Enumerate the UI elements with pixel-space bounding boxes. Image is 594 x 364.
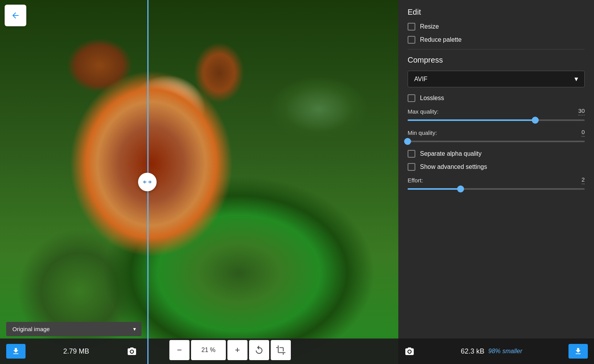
max-quality-label: Max quality: (408, 108, 439, 115)
reduce-palette-label[interactable]: Reduce palette (420, 36, 462, 43)
original-select-wrapper: Original image Compressed image ▼ (6, 322, 142, 336)
original-file-size: 2.79 MB (63, 347, 89, 355)
separate-alpha-label[interactable]: Separate alpha quality (420, 150, 481, 157)
format-select-wrapper: AVIF WebP JPEG PNG GIF ▼ (408, 71, 585, 87)
camera-button[interactable] (127, 346, 137, 356)
zoom-in-button[interactable]: + (227, 340, 248, 360)
lossless-label[interactable]: Lossless (420, 95, 444, 102)
max-quality-row: Max quality: 30 (408, 107, 585, 121)
bottom-toolbar: 2.79 MB − 21 % + (0, 338, 398, 364)
effort-row: Effort: 2 (408, 176, 585, 190)
edit-section-title: Edit (408, 8, 585, 17)
canvas-area: Original image Compressed image ▼ 2.79 M… (0, 0, 398, 364)
rotate-icon (254, 345, 264, 355)
image-display (0, 0, 398, 364)
section-divider (408, 49, 585, 49)
back-button[interactable] (5, 5, 26, 26)
show-advanced-label[interactable]: Show advanced settings (420, 163, 487, 170)
zoom-controls: − 21 % + (143, 340, 317, 360)
output-info: 62.3 kB 98% smaller (461, 347, 522, 355)
min-quality-value: 0 (582, 129, 585, 137)
max-quality-thumb[interactable] (532, 117, 539, 124)
lossless-row: Lossless (408, 94, 585, 102)
separate-alpha-checkbox[interactable] (408, 150, 415, 158)
crop-button[interactable] (271, 340, 291, 360)
back-arrow-icon (11, 11, 20, 20)
download-right-icon (574, 347, 582, 355)
bottom-right-bar: 62.3 kB 98% smaller (398, 338, 594, 364)
format-select[interactable]: AVIF WebP JPEG PNG GIF (408, 71, 585, 87)
size-reduction-badge: 98% smaller (488, 348, 522, 355)
max-quality-value: 30 (578, 107, 585, 116)
effort-value: 2 (582, 176, 585, 184)
min-quality-row: Min quality: 0 (408, 129, 585, 142)
reduce-palette-row: Reduce palette (408, 36, 585, 44)
separate-alpha-row: Separate alpha quality (408, 150, 585, 158)
download-left-button[interactable] (6, 344, 26, 359)
effort-fill (408, 188, 461, 190)
original-select[interactable]: Original image Compressed image (6, 322, 142, 336)
effort-label: Effort: (408, 177, 423, 184)
compress-section-title: Compress (408, 56, 585, 65)
upload-right-icon (405, 346, 415, 356)
lossless-checkbox[interactable] (408, 94, 415, 102)
crop-icon (276, 345, 286, 355)
resize-label[interactable]: Resize (420, 23, 439, 30)
download-left-icon (12, 347, 20, 355)
output-file-size: 62.3 kB (461, 347, 484, 355)
show-advanced-row: Show advanced settings (408, 163, 585, 171)
split-arrows-icon (143, 177, 152, 187)
effort-thumb[interactable] (457, 185, 464, 192)
camera-icon (127, 346, 137, 356)
zoom-level: 21 % (191, 340, 226, 360)
bottom-left-section: 2.79 MB (0, 344, 143, 359)
max-quality-fill (408, 119, 535, 121)
effort-track (408, 188, 585, 190)
min-quality-track (408, 141, 585, 142)
zoom-out-button[interactable]: − (169, 340, 189, 360)
resize-checkbox[interactable] (408, 23, 415, 31)
download-right-button[interactable] (568, 344, 588, 359)
split-handle[interactable] (138, 173, 157, 191)
right-panel: Edit Resize Reduce palette Compress AVIF… (398, 0, 594, 364)
resize-row: Resize (408, 23, 585, 31)
show-advanced-checkbox[interactable] (408, 163, 415, 171)
max-quality-track (408, 119, 585, 121)
upload-right-button[interactable] (405, 346, 415, 356)
reduce-palette-checkbox[interactable] (408, 36, 415, 44)
min-quality-label: Min quality: (408, 129, 437, 136)
rotate-button[interactable] (249, 340, 269, 360)
min-quality-thumb[interactable] (404, 138, 411, 145)
